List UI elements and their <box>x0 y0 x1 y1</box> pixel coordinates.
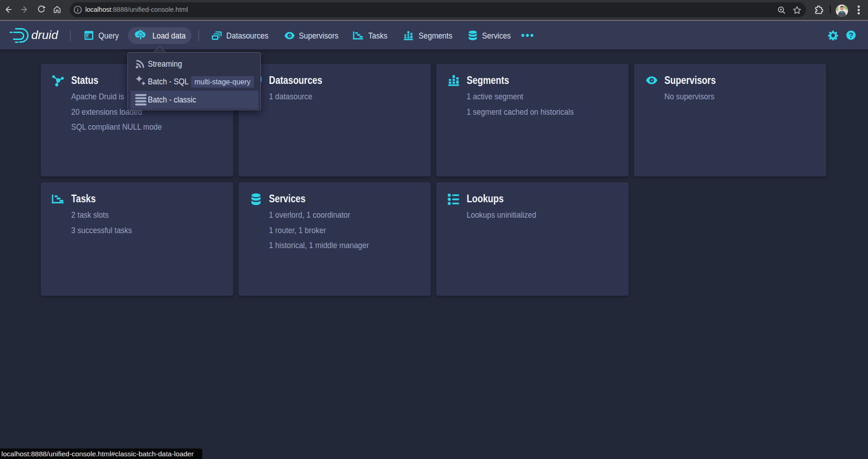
svg-text:druid: druid <box>31 28 59 42</box>
svg-text:?: ? <box>848 31 853 39</box>
